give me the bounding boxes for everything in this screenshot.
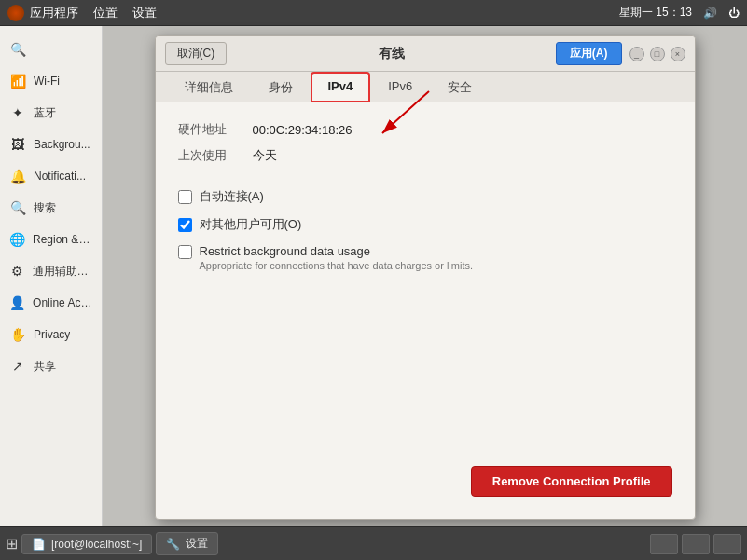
menu-settings[interactable]: 设置	[132, 5, 157, 21]
search2-icon: 🔍	[9, 199, 26, 216]
close-button[interactable]: ×	[671, 47, 685, 61]
available-users-row: 对其他用户可用(O)	[178, 216, 672, 233]
hardware-value: 00:0C:29:34:18:26	[253, 123, 353, 137]
dialog-title: 有线	[234, 46, 548, 62]
sidebar-item-wifi[interactable]: 📶 Wi-Fi	[0, 65, 102, 97]
hardware-label: 硬件地址	[178, 121, 253, 138]
taskbar-screen-icon[interactable]: ⊞	[6, 535, 18, 553]
taskbar-settings-label: 设置	[186, 536, 208, 552]
minimize-button[interactable]: _	[629, 47, 644, 61]
tab-details[interactable]: 详细信息	[167, 72, 251, 102]
taskbar-box-2[interactable]	[682, 534, 710, 554]
online-icon: 👤	[9, 294, 25, 311]
tab-ipv4[interactable]: IPv4	[311, 72, 371, 102]
region-icon: 🌐	[9, 231, 25, 248]
sidebar-online-label: Online Acc...	[33, 296, 92, 309]
notifications-icon: 🔔	[9, 168, 26, 184]
network-dialog: 取消(C) 有线 应用(A) _ □ × 详细信息 身份 IPv4 IPv6 安…	[155, 35, 696, 520]
sidebar-notifications-label: Notificati...	[34, 170, 86, 183]
apply-button[interactable]: 应用(A)	[556, 42, 622, 65]
search-icon: 🔍	[9, 41, 26, 58]
sidebar-item-notifications[interactable]: 🔔 Notificati...	[0, 160, 102, 192]
sidebar-bluetooth-label: 蓝牙	[34, 105, 56, 121]
sidebar-item-bluetooth[interactable]: ✦ 蓝牙	[0, 97, 102, 129]
sidebar-item-privacy[interactable]: ✋ Privacy	[0, 319, 102, 350]
sidebar-accessibility-label: 通用辅助功...	[33, 264, 92, 280]
content-area: 取消(C) 有线 应用(A) _ □ × 详细信息 身份 IPv4 IPv6 安…	[103, 26, 747, 526]
available-users-checkbox[interactable]	[178, 218, 192, 232]
sidebar-item-search2[interactable]: 🔍 搜索	[0, 192, 102, 224]
available-users-label[interactable]: 对其他用户可用(O)	[200, 216, 302, 233]
bluetooth-icon: ✦	[9, 104, 26, 121]
sidebar-privacy-label: Privacy	[34, 328, 70, 341]
settings-wrench-icon: 🔧	[166, 538, 180, 551]
tab-identity[interactable]: 身份	[251, 72, 311, 102]
sidebar: 🔍 📶 Wi-Fi ✦ 蓝牙 🖼 Backgrou... 🔔 Notificat…	[0, 26, 103, 526]
body-spacer	[178, 275, 672, 455]
taskbar: ⊞ 📄 [root@localhost:~] 🔧 设置	[0, 526, 747, 560]
top-bar-right: 星期一 15：13 🔊 ⏻	[619, 5, 740, 20]
auto-connect-checkbox[interactable]	[178, 190, 192, 204]
sidebar-region-label: Region & L...	[33, 233, 92, 246]
separator	[178, 173, 672, 188]
datetime-display: 星期一 15：13	[619, 5, 692, 20]
taskbar-box-3[interactable]	[713, 534, 741, 554]
sidebar-item-online[interactable]: 👤 Online Acc...	[0, 287, 102, 319]
app-logo-icon	[7, 5, 24, 21]
taskbar-terminal-item[interactable]: 📄 [root@localhost:~]	[21, 534, 152, 554]
sidebar-sharing-label: 共享	[34, 359, 56, 375]
background-icon: 🖼	[9, 136, 26, 153]
main-area: 🔍 📶 Wi-Fi ✦ 蓝牙 🖼 Backgrou... 🔔 Notificat…	[0, 26, 747, 526]
top-menu: 应用程序 位置 设置	[30, 5, 619, 21]
remove-connection-button[interactable]: Remove Connection Profile	[471, 466, 672, 497]
menu-location[interactable]: 位置	[93, 5, 118, 21]
sidebar-item-sharing[interactable]: ↗ 共享	[0, 350, 102, 382]
restrict-row: Restrict background data usage Appropria…	[178, 244, 672, 271]
tab-ipv6[interactable]: IPv6	[370, 72, 430, 102]
restrict-desc: Appropriate for connections that have da…	[200, 260, 474, 271]
dialog-titlebar: 取消(C) 有线 应用(A) _ □ ×	[156, 36, 695, 72]
dialog-body: 硬件地址 00:0C:29:34:18:26 上次使用 今天 自动连接(A)	[156, 102, 695, 519]
restrict-title: Restrict background data usage	[200, 244, 474, 258]
remove-btn-row: Remove Connection Profile	[178, 455, 672, 500]
wifi-icon: 📶	[9, 73, 26, 89]
terminal-icon: 📄	[32, 538, 46, 551]
last-used-row: 上次使用 今天	[178, 147, 672, 164]
auto-connect-label[interactable]: 自动连接(A)	[200, 188, 264, 205]
window-controls: _ □ ×	[629, 47, 685, 61]
privacy-icon: ✋	[9, 326, 26, 343]
last-used-label: 上次使用	[178, 147, 253, 164]
sharing-icon: ↗	[9, 358, 26, 375]
volume-icon[interactable]: 🔊	[703, 7, 717, 20]
auto-connect-row: 自动连接(A)	[178, 188, 672, 205]
restrict-checkbox[interactable]	[178, 245, 192, 259]
power-icon[interactable]: ⏻	[728, 7, 740, 20]
top-bar: 应用程序 位置 设置 星期一 15：13 🔊 ⏻	[0, 0, 747, 26]
cancel-button[interactable]: 取消(C)	[165, 42, 228, 65]
sidebar-item-region[interactable]: 🌐 Region & L...	[0, 224, 102, 255]
sidebar-item-accessibility[interactable]: ⚙ 通用辅助功...	[0, 255, 102, 287]
menu-applications[interactable]: 应用程序	[30, 5, 78, 21]
sidebar-search2-label: 搜索	[34, 200, 56, 216]
sidebar-item-background[interactable]: 🖼 Backgrou...	[0, 129, 102, 160]
taskbar-box-1[interactable]	[650, 534, 678, 554]
maximize-button[interactable]: □	[650, 47, 665, 61]
tab-security[interactable]: 安全	[430, 72, 490, 102]
sidebar-background-label: Backgrou...	[34, 138, 90, 151]
taskbar-settings-item[interactable]: 🔧 设置	[156, 532, 218, 555]
sidebar-item-search[interactable]: 🔍	[0, 34, 102, 65]
accessibility-icon: ⚙	[9, 263, 25, 280]
last-used-value: 今天	[253, 147, 277, 164]
sidebar-wifi-label: Wi-Fi	[34, 75, 60, 88]
restrict-text: Restrict background data usage Appropria…	[200, 244, 474, 271]
dialog-overlay: 取消(C) 有线 应用(A) _ □ × 详细信息 身份 IPv4 IPv6 安…	[103, 26, 747, 526]
hardware-row: 硬件地址 00:0C:29:34:18:26	[178, 121, 672, 138]
taskbar-terminal-label: [root@localhost:~]	[51, 538, 142, 551]
tabs-bar: 详细信息 身份 IPv4 IPv6 安全	[156, 72, 695, 102]
